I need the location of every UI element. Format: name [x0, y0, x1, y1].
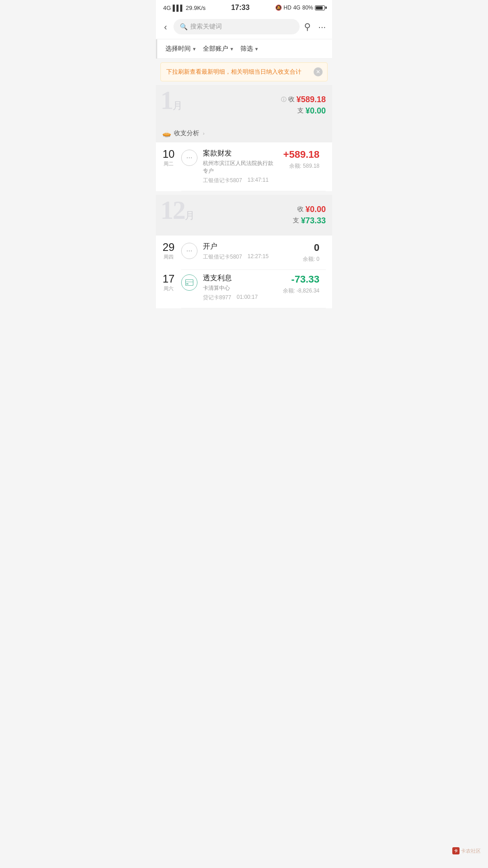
tx-balance-2: 余额: 0: [303, 255, 319, 263]
day-17-info: 17 周六: [162, 274, 175, 292]
status-bar: 4G ▌▌▌ 29.9K/s 17:33 🔕 HD 4G 80%: [156, 0, 332, 14]
tx-amount-col-2: 0 余额: 0: [303, 242, 319, 263]
search-bar: ‹ 🔍 搜索关键词 ⚲ ···: [156, 14, 332, 39]
battery-icon: [315, 5, 325, 10]
december-transactions: 29 周四 ··· 开户 工银借记卡5807 12:27:15 0: [156, 236, 332, 308]
screen-filter-label: 筛选: [240, 45, 253, 53]
status-time: 17:33: [231, 4, 249, 12]
status-right: 🔕 HD 4G 80%: [275, 5, 325, 11]
time-filter-arrow: ▼: [192, 47, 197, 52]
notice-banner: 下拉刷新查看最新明细，相关明细当日纳入收支合计 ✕: [160, 62, 328, 81]
svg-rect-2: [186, 283, 188, 284]
transaction-item-1[interactable]: ··· 案款财发 杭州市滨江区人民法院执行款专户 工银借记卡5807 13:47…: [181, 149, 326, 191]
tx-amount-col-1: +589.18 余额: 589.18: [283, 149, 319, 170]
svg-rect-1: [186, 281, 193, 283]
screen-filter-arrow: ▼: [254, 47, 259, 52]
more-icon[interactable]: ···: [318, 22, 326, 32]
filter-bar: 选择时间 ▼ 全部账户 ▼ 筛选 ▼: [156, 39, 332, 59]
tx-title-2: 开户: [203, 242, 297, 251]
month-12-watermark: 12月: [160, 197, 194, 223]
month-1-expense-label: 支: [297, 107, 304, 115]
tx-amount-2: 0: [303, 242, 319, 254]
tx-meta-2: 工银借记卡5807 12:27:15: [203, 253, 297, 261]
tx-card-1: 工银借记卡5807: [203, 177, 242, 184]
tx-content-3: 透支利息 卡清算中心 贷记卡8977 01:00:17: [203, 274, 277, 302]
bottom-spacer: [156, 308, 332, 326]
month-1-income-amount: ¥589.18: [296, 95, 326, 104]
notice-close-button[interactable]: ✕: [314, 67, 323, 76]
month-12-expense-label: 支: [293, 217, 299, 225]
time-filter-label: 选择时间: [165, 45, 191, 53]
header-icons: ⚲ ···: [304, 21, 326, 32]
month-12-income-label: 收: [297, 205, 304, 213]
month-1-expense-amount: ¥0.00: [305, 106, 326, 116]
notice-text: 下拉刷新查看最新明细，相关明细当日纳入收支合计: [166, 68, 301, 75]
tx-card-3: 贷记卡8977: [203, 294, 231, 302]
mute-icon: 🔕: [275, 5, 282, 11]
speed-label: 29.9K/s: [186, 5, 206, 11]
transaction-item-3[interactable]: 透支利息 卡清算中心 贷记卡8977 01:00:17 -73.33 余额: -…: [181, 274, 326, 308]
status-left: 4G ▌▌▌ 29.9K/s: [163, 5, 206, 11]
tx-amount-col-3: -73.33 余额: -8,826.34: [283, 274, 319, 295]
tx-balance-1: 余额: 589.18: [283, 162, 319, 170]
tx-meta-3: 贷记卡8977 01:00:17: [203, 294, 277, 302]
analysis-arrow: ›: [203, 131, 205, 136]
hd-label: HD: [284, 5, 291, 11]
day-17-week: 周六: [162, 285, 175, 292]
tx-amount-3: -73.33: [283, 274, 319, 285]
tx-card-2: 工银借记卡5807: [203, 253, 242, 261]
time-filter-button[interactable]: 选择时间 ▼: [164, 44, 198, 54]
tx-amount-1: +589.18: [283, 149, 319, 160]
account-filter-button[interactable]: 全部账户 ▼: [201, 44, 236, 54]
month-1-watermark: 1月: [160, 87, 182, 113]
tx-meta-1: 工银借记卡5807 13:47:11: [203, 177, 278, 184]
tx-icon-2: ···: [181, 243, 197, 259]
signal-bars: ▌▌▌: [173, 5, 184, 11]
tx-time-3: 01:00:17: [237, 294, 258, 302]
transaction-item-2[interactable]: ··· 开户 工银借记卡5807 12:27:15 0 余额: 0: [181, 242, 326, 270]
month-1-header: 1月 ⓘ 收 ¥589.18 支 ¥0.00: [156, 85, 332, 126]
month-12-income-amount: ¥0.00: [305, 205, 326, 214]
tx-balance-3: 余额: -8,826.34: [283, 287, 319, 295]
network2-label: 4G: [293, 5, 300, 11]
tx-icon-3: [181, 274, 197, 291]
account-filter-arrow: ▼: [230, 47, 234, 52]
tx-subtitle-3: 卡清算中心: [203, 284, 277, 292]
pie-chart-icon: 🥧: [162, 129, 171, 138]
tx-content-2: 开户 工银借记卡5807 12:27:15: [203, 242, 297, 261]
tx-content-1: 案款财发 杭州市滨江区人民法院执行款专户 工银借记卡5807 13:47:11: [203, 149, 278, 184]
income-info-icon: ⓘ: [281, 96, 286, 104]
tx-time-2: 12:27:15: [248, 253, 269, 261]
month-12-expense-amount: ¥73.33: [301, 216, 326, 226]
month-1-stats: ⓘ 收 ¥589.18 支 ¥0.00: [281, 95, 326, 116]
screen-filter-button[interactable]: 筛选 ▼: [239, 44, 261, 54]
day-10-number: 10: [162, 149, 175, 160]
day-29-info: 29 周四: [162, 242, 175, 260]
tx-title-3: 透支利息: [203, 274, 277, 283]
tx-title-1: 案款财发: [203, 149, 278, 158]
month-1-income-label: 收: [288, 95, 295, 104]
support-icon[interactable]: ⚲: [304, 21, 311, 32]
search-icon: 🔍: [180, 23, 188, 30]
january-transactions: 10 周二 ··· 案款财发 杭州市滨江区人民法院执行款专户 工银借记卡5807…: [156, 142, 332, 191]
search-placeholder: 搜索关键词: [190, 23, 222, 31]
tx-subtitle-1: 杭州市滨江区人民法院执行款专户: [203, 160, 278, 175]
network-label: 4G: [163, 5, 171, 11]
day-17-number: 17: [162, 274, 175, 284]
section-separator-1: [156, 191, 332, 195]
back-button[interactable]: ‹: [162, 20, 169, 34]
tx-time-1: 13:47:11: [248, 177, 269, 184]
day-10-info: 10 周二: [162, 149, 175, 167]
day-29-week: 周四: [162, 254, 175, 260]
month-12-stats: 收 ¥0.00 支 ¥73.33: [293, 205, 326, 226]
analysis-label: 收支分析: [174, 129, 199, 137]
account-filter-label: 全部账户: [203, 45, 228, 53]
tx-icon-1: ···: [181, 150, 197, 166]
day-29-number: 29: [162, 242, 175, 253]
analysis-row[interactable]: 🥧 收支分析 ›: [156, 126, 332, 142]
month-12-header: 12月 收 ¥0.00 支 ¥73.33: [156, 195, 332, 236]
battery-percent: 80%: [302, 5, 313, 11]
search-input-wrap[interactable]: 🔍 搜索关键词: [174, 19, 300, 34]
day-10-week: 周二: [162, 160, 175, 167]
